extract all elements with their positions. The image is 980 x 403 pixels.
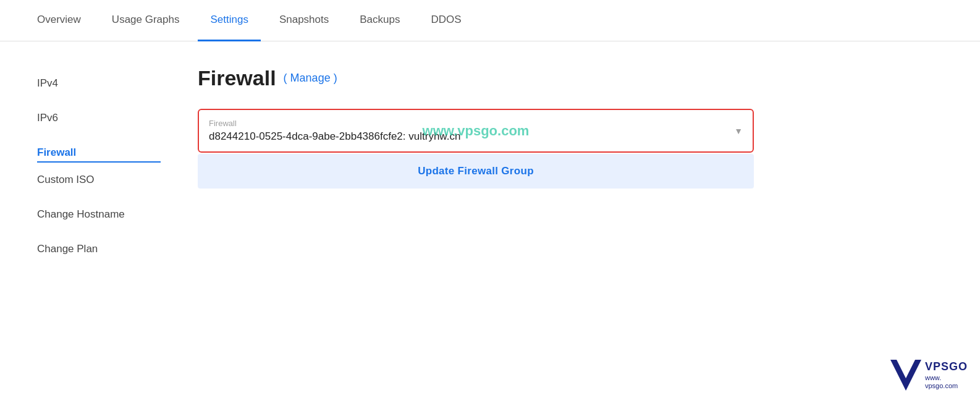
firewall-dropdown-left: Firewall d8244210-0525-4dca-9abe-2bb4386… [209, 119, 460, 143]
sidebar-item-firewall[interactable]: Firewall [37, 135, 161, 163]
sidebar-item-ipv4[interactable]: IPv4 [37, 66, 161, 101]
sidebar-item-change-plan[interactable]: Change Plan [37, 232, 161, 266]
dropdown-arrow-icon: ▼ [734, 126, 743, 136]
firewall-dropdown-label: Firewall [209, 119, 460, 128]
manage-link[interactable]: ( Manage ) [284, 72, 337, 85]
page-title: Firewall [198, 66, 276, 90]
top-navigation: Overview Usage Graphs Settings Snapshots… [0, 0, 980, 41]
firewall-dropdown-value: d8244210-0525-4dca-9abe-2bb4386fcfe2: vu… [209, 130, 460, 143]
section-title-row: Firewall ( Manage ) [198, 66, 791, 90]
sidebar-item-ipv6[interactable]: IPv6 [37, 101, 161, 135]
tab-usage-graphs[interactable]: Usage Graphs [99, 0, 192, 41]
update-btn-container: Update Firewall Group [198, 154, 754, 189]
tab-overview[interactable]: Overview [25, 0, 93, 41]
sidebar-item-change-hostname[interactable]: Change Hostname [37, 197, 161, 232]
content-area: Firewall ( Manage ) Firewall d8244210-05… [198, 66, 791, 326]
tab-settings[interactable]: Settings [198, 0, 260, 41]
tab-backups[interactable]: Backups [347, 0, 412, 41]
main-layout: IPv4 IPv6 Firewall Custom ISO Change Hos… [0, 41, 980, 350]
firewall-dropdown[interactable]: Firewall d8244210-0525-4dca-9abe-2bb4386… [198, 109, 754, 153]
tab-snapshots[interactable]: Snapshots [267, 0, 341, 41]
update-firewall-group-button[interactable]: Update Firewall Group [198, 154, 754, 189]
sidebar-item-custom-iso[interactable]: Custom ISO [37, 163, 161, 197]
tab-ddos[interactable]: DDOS [418, 0, 473, 41]
sidebar: IPv4 IPv6 Firewall Custom ISO Change Hos… [37, 66, 161, 326]
